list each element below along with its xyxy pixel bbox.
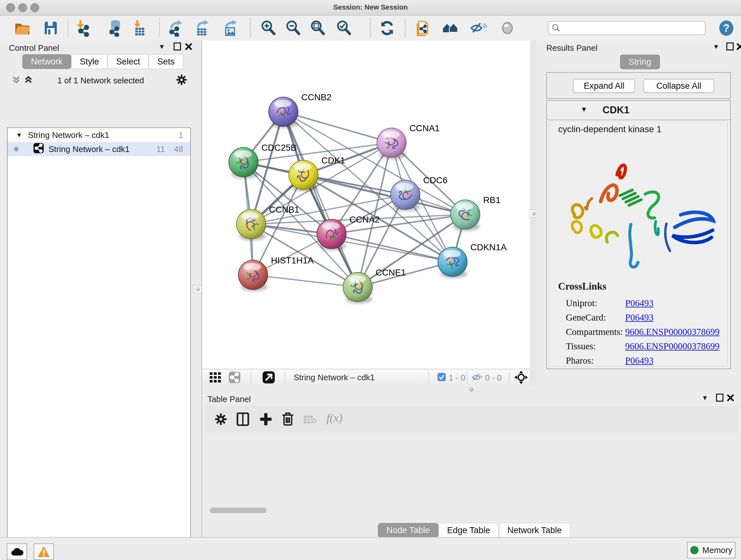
crosslink-label: Uniprot: (566, 298, 625, 308)
gene-detail-box: cyclin-dependent kinase 1 (549, 121, 728, 367)
cloud-button[interactable] (7, 543, 27, 560)
show-all-icon[interactable] (499, 19, 516, 37)
network-canvas[interactable]: CCNB2CCNA1CDC25BCDK1CDC6RB1CCNB1CCNA2CDK… (202, 41, 530, 369)
node-label-ccna1: CCNA1 (409, 123, 440, 133)
network-node-ccna1[interactable]: CCNA1 (377, 123, 440, 159)
crosslink-link[interactable]: 9606.ENSP00000378699 (625, 327, 720, 337)
results-panel-close-icon[interactable] (735, 43, 741, 51)
crosslink-link[interactable]: P06493 (625, 298, 654, 308)
network-node-cdkn1a[interactable]: CDKN1A (438, 242, 507, 278)
fit-crosshair-icon[interactable] (515, 371, 528, 385)
open-view-icon[interactable] (262, 371, 275, 385)
toolbar-separator (250, 19, 251, 37)
horizontal-splitter-handle[interactable] (469, 387, 474, 392)
network-from-selection-icon[interactable] (414, 19, 431, 37)
horizontal-splitter[interactable] (202, 385, 741, 393)
delete-table-icon[interactable] (304, 415, 318, 426)
import-network-database-icon[interactable] (105, 19, 122, 37)
tab-node-table[interactable]: Node Table (378, 523, 439, 538)
expand-all-button[interactable]: Expand All (573, 79, 635, 93)
table-horizontal-scrollbar[interactable] (210, 508, 266, 513)
network-collection-row[interactable]: ▼ String Network – cdk1 1 (8, 128, 190, 142)
crosslink-link[interactable]: P06493 (625, 355, 654, 366)
first-neighbors-icon[interactable] (442, 19, 459, 37)
tab-select[interactable]: Select (108, 54, 149, 69)
import-table-file-icon[interactable] (131, 19, 148, 37)
table-panel-float-icon[interactable] (715, 394, 724, 402)
node-label-ccnb2: CCNB2 (301, 92, 332, 102)
network-node-hist1h1a[interactable]: HIST1H1A (239, 255, 314, 292)
table-panel-close-icon[interactable] (726, 394, 735, 402)
crosslink-link[interactable]: 9606.ENSP00000378699 (625, 341, 720, 352)
results-panel-float-icon[interactable] (725, 43, 735, 51)
control-panel-close-icon[interactable] (184, 43, 193, 51)
apply-layout-icon[interactable] (379, 19, 396, 37)
tab-string[interactable]: String (620, 55, 660, 69)
memory-button[interactable]: Memory (687, 542, 736, 558)
crosslinks-title: CrossLinks (558, 281, 606, 292)
toolbar-separator (67, 19, 68, 37)
network-row-selected[interactable]: String Network – cdk1 11 48 (8, 142, 190, 156)
network-node-cdk1[interactable]: CDK1 (289, 155, 345, 192)
toolbar-separator (405, 19, 406, 37)
export-table-icon[interactable] (193, 19, 211, 37)
grid-view-icon[interactable] (209, 372, 221, 384)
footer-separator (251, 371, 251, 383)
crosslink-row: Compartments:9606.ENSP00000378699 (566, 325, 722, 339)
table-panel-menu-icon[interactable]: ▼ (700, 394, 710, 402)
control-panel-menu-icon[interactable]: ▼ (157, 43, 166, 51)
node-label-ccnb1: CCNB1 (269, 205, 299, 214)
search-box (548, 21, 705, 35)
control-panel-title: Control Panel (9, 43, 59, 53)
show-columns-icon[interactable] (237, 413, 249, 427)
add-column-icon[interactable] (259, 413, 272, 427)
gene-expand-icon[interactable]: ▼ (581, 105, 588, 114)
status-bar: Memory (0, 537, 741, 560)
birdseye-share-icon[interactable] (228, 371, 241, 385)
network-node-ccne1[interactable]: CCNE1 (343, 267, 406, 304)
footer-separator (428, 371, 429, 383)
warning-button[interactable] (33, 543, 54, 560)
export-network-icon[interactable] (167, 19, 185, 37)
tab-edge-table[interactable]: Edge Table (439, 523, 499, 538)
hidden-eye-icon[interactable] (472, 372, 483, 384)
zoom-out-icon[interactable] (285, 19, 302, 37)
tab-network-table[interactable]: Network Table (499, 523, 570, 538)
network-node-rb1[interactable]: RB1 (451, 195, 500, 231)
help-icon[interactable]: ? (718, 20, 735, 38)
crosslink-link[interactable]: P06493 (625, 312, 654, 323)
table-gear-icon[interactable] (215, 413, 227, 427)
function-builder-icon[interactable]: f(x) (327, 411, 342, 425)
collection-count: 1 (179, 130, 183, 140)
crosslinks-list: Uniprot:P06493GeneCard:P06493Compartment… (566, 296, 722, 368)
open-session-icon[interactable] (14, 19, 31, 37)
selected-checkbox-icon[interactable] (437, 373, 446, 383)
network-selection-status: 1 of 1 Network selected (0, 76, 201, 85)
crosslink-row: Pharos:P06493 (566, 354, 722, 368)
zoom-in-icon[interactable] (260, 19, 277, 37)
network-edge (283, 112, 392, 143)
search-input[interactable] (561, 23, 699, 33)
collapse-all-button[interactable]: Collapse All (643, 79, 714, 93)
tab-network[interactable]: Network (22, 54, 71, 69)
network-list: ▼ String Network – cdk1 1 String Network… (7, 127, 191, 560)
tab-style[interactable]: Style (71, 54, 108, 69)
gene-section-header[interactable]: ▼ CDK1 (547, 101, 730, 120)
hide-selected-icon[interactable] (469, 19, 487, 37)
zoom-selected-icon[interactable] (335, 19, 353, 37)
delete-column-trash-icon[interactable] (282, 412, 294, 427)
crosslink-label: Pharos: (566, 355, 625, 366)
export-image-icon[interactable] (222, 19, 239, 37)
zoom-fit-icon[interactable] (309, 19, 327, 37)
network-node-cdc25b[interactable]: CDC25B (229, 143, 296, 179)
table-panel-title: Table Panel (207, 394, 251, 404)
save-session-icon[interactable] (42, 19, 59, 37)
collection-expand-icon[interactable]: ▼ (16, 132, 22, 139)
import-network-file-icon[interactable] (74, 19, 91, 37)
network-options-gear-icon[interactable] (176, 74, 187, 86)
control-panel-float-icon[interactable] (172, 43, 182, 51)
footer-separator (467, 371, 467, 383)
tab-sets[interactable]: Sets (149, 54, 183, 69)
results-panel-menu-icon[interactable]: ▼ (711, 43, 721, 51)
left-splitter-handle[interactable] (193, 285, 202, 293)
